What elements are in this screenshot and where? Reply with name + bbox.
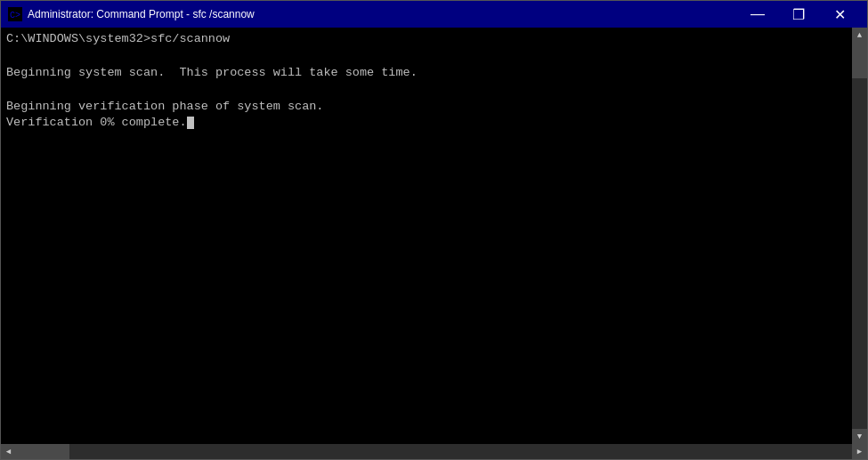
console-line-5: Beginning verification phase of system s… — [6, 99, 862, 116]
scrollbar-horizontal[interactable]: ◀ ▶ — [1, 444, 867, 459]
title-bar-left: C> Administrator: Command Prompt - sfc /… — [8, 7, 255, 21]
horizontal-track — [16, 444, 852, 459]
horizontal-thumb[interactable] — [16, 444, 69, 459]
window-title: Administrator: Command Prompt - sfc /sca… — [28, 8, 255, 20]
console-line-1: C:\WINDOWS\system32>sfc/scannow — [6, 31, 862, 48]
scrollbar-vertical[interactable]: ▲ ▼ — [852, 28, 867, 444]
close-button[interactable]: ✕ — [819, 1, 860, 28]
scrollbar-thumb[interactable] — [852, 43, 867, 78]
svg-text:C>: C> — [10, 11, 20, 20]
minimize-button[interactable]: — — [737, 1, 778, 28]
cursor — [187, 117, 194, 129]
title-bar-controls: — ❐ ✕ — [737, 1, 860, 28]
scroll-left-arrow[interactable]: ◀ — [1, 444, 16, 459]
console-line-3: Beginning system scan. This process will… — [6, 65, 862, 82]
title-bar: C> Administrator: Command Prompt - sfc /… — [1, 1, 867, 28]
console-line-6: Verification 0% complete. — [6, 115, 862, 132]
console-body: C:\WINDOWS\system32>sfc/scannow Beginnin… — [1, 28, 867, 444]
cmd-window: C> Administrator: Command Prompt - sfc /… — [0, 0, 868, 460]
scrollbar-thumb-area — [852, 43, 867, 429]
scroll-down-arrow[interactable]: ▼ — [852, 429, 867, 444]
maximize-button[interactable]: ❐ — [778, 1, 819, 28]
cmd-icon: C> — [8, 7, 22, 21]
scroll-right-arrow[interactable]: ▶ — [852, 444, 867, 459]
console-line-2 — [6, 48, 862, 65]
scroll-up-arrow[interactable]: ▲ — [852, 28, 867, 43]
console-line-4 — [6, 82, 862, 99]
